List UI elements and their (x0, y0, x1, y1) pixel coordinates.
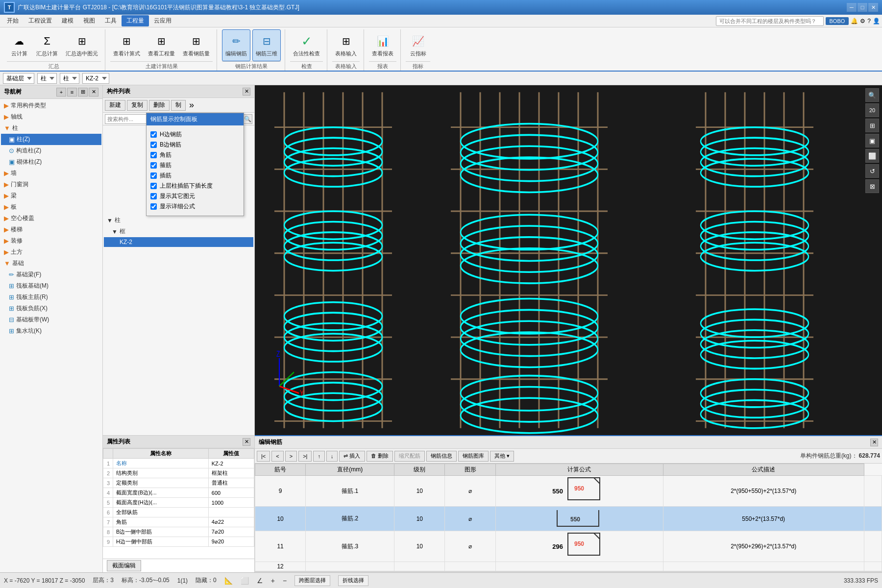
steel-3d-button[interactable]: ⊟ 钢筋三维 (252, 29, 281, 61)
scale-config-button[interactable]: 缩尺配筋 (394, 451, 425, 462)
view-formula-button[interactable]: ⊞ 查看计算式 (110, 29, 143, 61)
next-button[interactable]: > (285, 451, 297, 462)
search-button[interactable]: 🔍 (243, 114, 252, 124)
tree-item-masonry-column[interactable]: ▣ 砌体柱(Z) (1, 156, 101, 168)
check-insert-rebar-input[interactable] (150, 172, 157, 179)
menu-start[interactable]: 开始 (2, 15, 24, 26)
view-grid-button[interactable]: ⊞ (865, 119, 879, 132)
minimize-button[interactable]: ─ (847, 3, 857, 12)
rebar-row-9[interactable]: 9 箍筋.1 10 ⌀ 550 950 (255, 476, 882, 507)
type1-dropdown[interactable]: 柱 (37, 73, 57, 84)
delete-rebar-button[interactable]: 🗑 删除 (367, 451, 393, 462)
tree-item-raft-neg-rebar[interactable]: ⊞ 筏板负筋(X) (1, 303, 101, 314)
check-corner-rebar-input[interactable] (150, 152, 157, 158)
component-panel-close[interactable]: ✕ (243, 88, 250, 96)
tree-item-sump[interactable]: ⊞ 集水坑(K) (1, 325, 101, 337)
check-b-rebar-input[interactable] (150, 142, 157, 148)
rebar-row-10[interactable]: 10 箍筋.2 10 ⌀ 550 (255, 507, 882, 531)
up-button[interactable]: ↑ (313, 451, 325, 462)
menu-view[interactable]: 视图 (78, 15, 100, 26)
comp-tree-kz[interactable]: ▼ 框 (104, 226, 253, 237)
layer-dropdown[interactable]: 基础层 (3, 73, 34, 84)
tree-item-column[interactable]: ▼ 柱 (1, 122, 101, 134)
tree-item-hollow-floor[interactable]: ▶ 空心楼盖 (1, 213, 101, 224)
horizontal-scrollbar[interactable] (255, 571, 882, 572)
control-button[interactable]: 制 (171, 100, 186, 111)
view-report-button[interactable]: 📊 查看报表 (369, 29, 396, 61)
legality-check-button[interactable]: ✓ 合法性检查 (290, 29, 323, 61)
menu-tools[interactable]: 工具 (100, 15, 122, 26)
check-show-detail-input[interactable] (150, 203, 157, 210)
other-button[interactable]: 其他 ▾ (490, 451, 514, 462)
nav-add-button[interactable]: + (56, 88, 66, 97)
check-stirrup-input[interactable] (150, 162, 157, 169)
rotate-button[interactable]: ↺ (865, 164, 879, 178)
new-component-button[interactable]: 新建 (105, 100, 125, 111)
rebar-row-12[interactable]: 12 (255, 562, 882, 571)
menu-quantity[interactable]: 工程量 (122, 15, 149, 26)
menu-cloud[interactable]: 云应用 (149, 15, 176, 26)
tree-item-common-types[interactable]: ▶ 常用构件类型 (1, 100, 101, 111)
edit-panel-close[interactable]: ✕ (870, 439, 878, 446)
zoom-button[interactable]: 🔍 (865, 88, 879, 102)
tree-item-foundation-beam[interactable]: ✏ 基础梁(F) (1, 269, 101, 280)
tree-item-decoration[interactable]: ▶ 装修 (1, 235, 101, 246)
type2-dropdown[interactable]: 柱 (60, 73, 79, 84)
view-box2-button[interactable]: ⬜ (865, 149, 879, 163)
menu-build[interactable]: 建模 (57, 15, 78, 26)
edit-steel-button[interactable]: ✏ 编辑钢筋 (222, 29, 250, 61)
tree-item-foundation[interactable]: ▼ 基础 (1, 258, 101, 269)
tree-item-staircase[interactable]: ▶ 楼梯 (1, 224, 101, 235)
last-button[interactable]: >| (298, 451, 312, 462)
view-project-button[interactable]: ⊞ 查看工程量 (145, 29, 178, 61)
nav-list-button[interactable]: ≡ (67, 88, 77, 97)
search-input[interactable] (716, 16, 824, 26)
tree-item-wall[interactable]: ▶ 墙 (1, 168, 101, 179)
check-show-others-input[interactable] (150, 193, 157, 199)
check-h-rebar-input[interactable] (150, 131, 157, 138)
tree-item-foundation-band[interactable]: ⊟ 基础板带(W) (1, 314, 101, 325)
nav-close-button[interactable]: ✕ (89, 88, 98, 97)
tree-item-column-z[interactable]: ▣ 柱(Z) (1, 134, 101, 145)
tree-item-slab[interactable]: ▶ 板 (1, 201, 101, 213)
tree-item-struct-column[interactable]: ⊙ 构造柱(Z) (1, 145, 101, 156)
rebar-library-button[interactable]: 钢筋图库 (458, 451, 489, 462)
cloud-index-button[interactable]: 📈 云指标 (406, 29, 430, 61)
tree-item-door-window[interactable]: ▶ 门窗洞 (1, 179, 101, 190)
insert-button[interactable]: ⇌ 插入 (339, 451, 365, 462)
copy-component-button[interactable]: 复制 (127, 100, 147, 111)
rebar-row-11[interactable]: 11 箍筋.3 10 ⌀ 296 950 (255, 531, 882, 562)
down-button[interactable]: ↓ (326, 451, 338, 462)
polyline-select-button[interactable]: 折线选择 (338, 575, 368, 586)
table-view-button[interactable]: ⊠ (865, 179, 879, 193)
prev-button[interactable]: < (271, 451, 283, 462)
props-close-button[interactable]: ✕ (243, 438, 250, 446)
total-calc-button[interactable]: Σ 汇总计算 (33, 29, 61, 61)
tree-item-earthwork[interactable]: ▶ 土方 (1, 246, 101, 258)
maximize-button[interactable]: □ (858, 3, 867, 12)
comp-tree-column[interactable]: ▼ 柱 (104, 215, 253, 226)
view-steel-qty-button[interactable]: ⊞ 查看钢筋量 (180, 29, 213, 61)
section-edit-button[interactable]: 截面编辑 (107, 560, 141, 571)
level-20-button[interactable]: 20 (865, 103, 879, 117)
tree-item-axis[interactable]: ▶ 轴线 (1, 111, 101, 122)
rebar-info-button[interactable]: 钢筋信息 (426, 451, 457, 462)
tree-item-raft[interactable]: ⊞ 筏板基础(M) (1, 280, 101, 292)
menu-project-settings[interactable]: 工程设置 (24, 15, 57, 26)
more-button[interactable]: » (189, 100, 194, 110)
component-dropdown[interactable]: KZ-2 (82, 73, 109, 84)
comp-tree-kz2[interactable]: KZ-2 (104, 237, 253, 247)
close-button[interactable]: ✕ (868, 3, 878, 12)
table-input-button[interactable]: ⊞ 表格输入 (332, 29, 360, 61)
select-calc-button[interactable]: ⊞ 汇总选中图元 (63, 29, 101, 61)
nav-grid-button[interactable]: ⊞ (78, 88, 88, 97)
tree-item-raft-main-rebar[interactable]: ⊞ 筏板主筋(R) (1, 292, 101, 303)
3d-viewport[interactable]: Z Y 🔍 20 ⊞ ▣ ⬜ ↺ ⊠ (255, 85, 882, 435)
cross-layer-select-button[interactable]: 跨图层选择 (294, 575, 330, 586)
view-box-button[interactable]: ▣ (865, 134, 879, 147)
scroll-thumb[interactable] (265, 572, 294, 573)
tree-item-beam[interactable]: ▶ 梁 (1, 190, 101, 201)
delete-component-button[interactable]: 删除 (149, 100, 170, 111)
first-button[interactable]: |< (257, 451, 270, 462)
check-upper-insert-input[interactable] (150, 183, 157, 189)
